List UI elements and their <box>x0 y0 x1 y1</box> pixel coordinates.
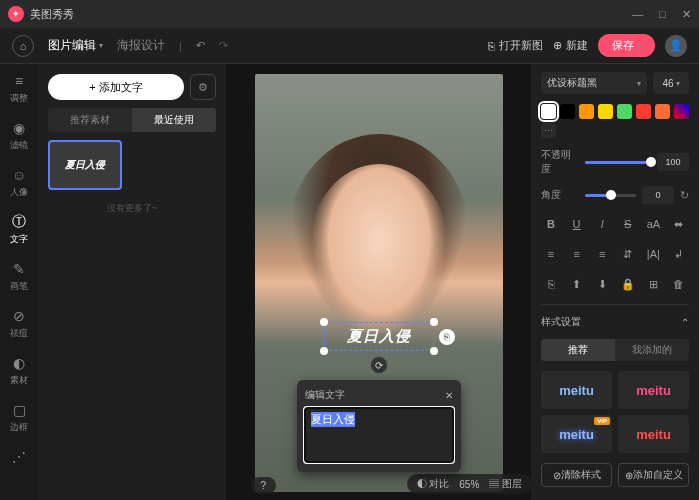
color-swatches: ⋯ <box>541 104 689 138</box>
resize-handle[interactable] <box>320 347 328 355</box>
save-button[interactable]: 保存 ▾ <box>598 34 655 57</box>
angle-reset-icon[interactable]: ↻ <box>680 189 689 202</box>
bold-icon[interactable]: B <box>541 214 561 234</box>
font-size-input[interactable]: 46 ▾ <box>653 72 689 94</box>
style-preset[interactable]: meitu <box>618 415 689 453</box>
align-right-icon[interactable]: ≡ <box>592 244 612 264</box>
lock-icon[interactable]: 🔒 <box>618 274 638 294</box>
app-title: 美图秀秀 <box>30 7 74 22</box>
strikethrough-icon[interactable]: S <box>618 214 638 234</box>
text-input[interactable] <box>305 408 453 462</box>
style-preset[interactable]: meitu <box>541 371 612 409</box>
layer-button[interactable]: ▤ 图层 <box>489 477 522 491</box>
canvas[interactable]: 夏日入侵 ⎘ ⟳ 编辑文字 ✕ ? ◐ 对比 65% ▤ 图层 <box>226 64 531 500</box>
filter-icon[interactable]: ⚙ <box>190 74 216 100</box>
wrap-icon[interactable]: ↲ <box>669 244 689 264</box>
text-selection-box[interactable]: 夏日入侵 ⎘ ⟳ <box>324 322 434 351</box>
style-section-header[interactable]: 样式设置⌃ <box>541 315 689 329</box>
sidebar-filter[interactable]: ◉滤镜 <box>10 119 28 152</box>
redo-icon[interactable]: ↷ <box>219 39 228 52</box>
sidebar-portrait[interactable]: ☺人像 <box>10 166 28 199</box>
undo-icon[interactable]: ↶ <box>196 39 205 52</box>
sidebar-brush[interactable]: ✎画笔 <box>10 260 28 293</box>
open-button[interactable]: ⎘打开新图 <box>488 38 543 53</box>
maximize-icon[interactable]: □ <box>659 8 666 21</box>
add-text-button[interactable]: + 添加文字 <box>48 74 184 100</box>
color-picker-icon[interactable] <box>674 104 689 119</box>
case-icon[interactable]: aA <box>643 214 663 234</box>
delete-icon[interactable]: 🗑 <box>669 274 689 294</box>
vertical-text-icon[interactable]: ⇵ <box>618 244 638 264</box>
sidebar-frame[interactable]: ▢边框 <box>10 401 28 434</box>
rotate-icon[interactable]: ⟳ <box>370 356 388 374</box>
color-swatch[interactable] <box>636 104 651 119</box>
more-colors-icon[interactable]: ⋯ <box>541 123 556 138</box>
color-swatch[interactable] <box>560 104 575 119</box>
angle-slider[interactable] <box>585 194 636 197</box>
style-tab-mine[interactable]: 我添加的 <box>615 339 689 361</box>
angle-value[interactable]: 0 <box>642 186 674 204</box>
color-swatch[interactable] <box>617 104 632 119</box>
italic-icon[interactable]: I <box>592 214 612 234</box>
layer-down-icon[interactable]: ⬇ <box>592 274 612 294</box>
new-button[interactable]: ⊕新建 <box>553 38 588 53</box>
clear-style-button[interactable]: ⊘ 清除样式 <box>541 463 612 487</box>
resize-handle[interactable] <box>430 318 438 326</box>
no-more-label: 没有更多了~ <box>48 202 216 215</box>
link-icon[interactable]: ⎘ <box>439 329 455 345</box>
style-preset[interactable]: meitu <box>618 371 689 409</box>
subtab-recommend[interactable]: 推荐素材 <box>48 108 132 132</box>
minimize-icon[interactable]: — <box>632 8 643 21</box>
opacity-value[interactable]: 100 <box>657 153 689 171</box>
edit-text-popup: 编辑文字 ✕ <box>297 380 461 472</box>
resize-handle[interactable] <box>430 347 438 355</box>
subtab-recent[interactable]: 最近使用 <box>132 108 216 132</box>
home-button[interactable]: ⌂ <box>12 35 34 57</box>
tab-poster[interactable]: 海报设计 <box>117 37 165 54</box>
opacity-slider[interactable] <box>585 161 651 164</box>
compare-button[interactable]: ◐ 对比 <box>417 477 450 491</box>
sidebar-text[interactable]: Ⓣ文字 <box>10 213 28 246</box>
underline-icon[interactable]: U <box>567 214 587 234</box>
merge-icon[interactable]: ⊞ <box>643 274 663 294</box>
popup-close-icon[interactable]: ✕ <box>445 390 453 401</box>
tab-photo-edit[interactable]: 图片编辑▾ <box>48 37 103 54</box>
sidebar-more[interactable]: ⋰ <box>10 448 28 466</box>
style-tab-recommend[interactable]: 推荐 <box>541 339 615 361</box>
sidebar-adjust[interactable]: ≡调整 <box>10 72 28 105</box>
style-preset[interactable]: meituVIP <box>541 415 612 453</box>
color-swatch[interactable] <box>598 104 613 119</box>
resize-handle[interactable] <box>320 318 328 326</box>
popup-title: 编辑文字 <box>305 388 345 402</box>
text-preset-thumb[interactable]: 夏日入侵 <box>48 140 122 190</box>
add-custom-button[interactable]: ⊕ 添加自定义 <box>618 463 689 487</box>
font-select[interactable]: 优设标题黑▾ <box>541 72 647 94</box>
align-center-icon[interactable]: ≡ <box>567 244 587 264</box>
align-left-icon[interactable]: ≡ <box>541 244 561 264</box>
spacing-icon[interactable]: ⬌ <box>669 214 689 234</box>
color-swatch[interactable] <box>541 104 556 119</box>
help-icon[interactable]: ? <box>261 480 267 491</box>
layer-up-icon[interactable]: ⬆ <box>567 274 587 294</box>
sidebar-blemish[interactable]: ⊘祛痘 <box>10 307 28 340</box>
app-logo: ✦ <box>8 6 24 22</box>
copy-icon[interactable]: ⎘ <box>541 274 561 294</box>
avatar[interactable]: 👤 <box>665 35 687 57</box>
sidebar-material[interactable]: ◐素材 <box>10 354 28 387</box>
close-icon[interactable]: ✕ <box>682 8 691 21</box>
text-direction-icon[interactable]: |A| <box>643 244 663 264</box>
zoom-level[interactable]: 65% <box>459 479 479 490</box>
color-swatch[interactable] <box>655 104 670 119</box>
color-swatch[interactable] <box>579 104 594 119</box>
